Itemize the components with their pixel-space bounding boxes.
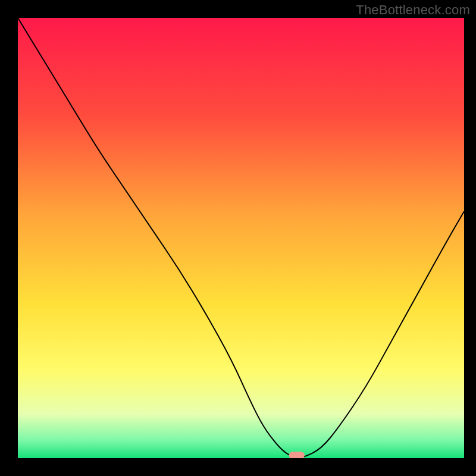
chart-svg <box>18 18 464 458</box>
chart-background <box>18 18 464 458</box>
watermark-text: TheBottleneck.com <box>356 2 470 18</box>
bottleneck-chart <box>18 18 464 458</box>
optimal-point-marker <box>289 452 305 458</box>
